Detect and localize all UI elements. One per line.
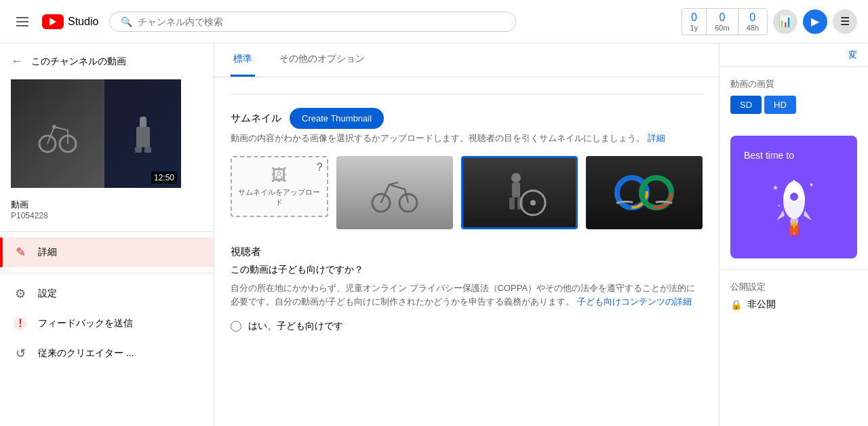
radio-yes: はい、子ども向けです <box>231 320 703 332</box>
svg-point-9 <box>511 173 521 182</box>
thumbnail-description: 動画の内容がわかる画像を選択するかアップロードします。視聴者の目を引くサムネイル… <box>231 132 703 145</box>
quality-buttons: SD HD <box>730 96 857 114</box>
search-input[interactable] <box>138 16 505 27</box>
profile-icon[interactable]: ▶ <box>803 9 827 34</box>
quality-section: 動画の画質 SD HD <box>719 67 868 125</box>
thumbnail-section: サムネイル Create Thumbnail 動画の内容がわかる画像を選択するか… <box>231 108 703 229</box>
tab-other-options[interactable]: その他のオプション <box>277 43 368 77</box>
sidebar-header: ← このチャンネルの動画 <box>0 43 214 79</box>
quality-label: 動画の画質 <box>730 78 857 90</box>
content-inner: サムネイル Create Thumbnail 動画の内容がわかる画像を選択するか… <box>214 77 719 354</box>
video-preview-container: 12:50 <box>0 79 214 193</box>
publish-section: 公開設定 🔒 非公開 <box>719 269 868 322</box>
video-info: 動画 P1054228 <box>0 193 214 226</box>
back-button[interactable]: ← <box>11 54 23 69</box>
sidebar-item-legacy[interactable]: ↺ 従来のクリエイター ... <box>0 338 214 368</box>
best-time-card: Best time to <box>730 136 857 258</box>
active-bar <box>0 237 3 267</box>
sidebar-divider <box>0 231 214 232</box>
publish-status: 🔒 非公開 <box>730 298 857 311</box>
audience-description: 自分の所在地にかかわらず、児童オンライン プライバシー保護法（COPPA）やその… <box>231 282 703 310</box>
svg-point-20 <box>789 192 799 201</box>
publish-label: 公開設定 <box>730 281 857 293</box>
publish-status-text: 非公開 <box>747 298 776 311</box>
create-thumbnail-button[interactable]: Create Thumbnail <box>290 108 384 129</box>
svg-rect-4 <box>136 127 150 147</box>
feedback-label: フィードバックを送信 <box>38 317 133 330</box>
nav-details-container: ✎ 詳細 <box>0 237 214 267</box>
best-time-title: Best time to <box>744 149 844 163</box>
thumbnail-grid: ? 🖼 サムネイルをアップロード <box>231 156 703 229</box>
main-layout: ← このチャンネルの動画 <box>0 43 868 426</box>
video-duration: 12:50 <box>151 172 177 184</box>
svg-rect-10 <box>512 182 520 197</box>
tab-standard[interactable]: 標準 <box>231 43 255 77</box>
right-panel: 変 動画の画質 SD HD Best time to <box>719 43 868 426</box>
sidebar-divider-2 <box>0 273 214 273</box>
video-title: 動画 <box>11 199 203 211</box>
stats-box: 0 1y 0 60m 0 48h <box>682 8 768 35</box>
svg-point-2 <box>52 125 56 129</box>
sidebar-item-settings[interactable]: ⚙ 設定 <box>0 279 214 309</box>
change-button[interactable]: 変 <box>848 49 857 61</box>
upload-icon: 🖼 <box>271 166 288 185</box>
header-left: Studio <box>11 12 98 32</box>
sidebar-item-details[interactable]: ✎ 詳細 <box>0 237 214 267</box>
rocket-illustration: ★ ★ ★ <box>744 171 844 245</box>
details-icon: ✎ <box>14 246 27 259</box>
upload-label: サムネイルをアップロード <box>232 187 327 208</box>
search-bar[interactable]: 🔍 <box>109 12 516 32</box>
scroll-indicator-divider <box>231 94 703 94</box>
sidebar-title: このチャンネルの動画 <box>31 56 126 68</box>
thumbnail-option-1[interactable] <box>336 156 453 229</box>
feedback-icon: ! <box>14 317 27 330</box>
content-area: 標準 その他のオプション サムネイル Create Thumbnail 動画の内… <box>214 43 719 426</box>
radio-yes-input[interactable] <box>231 321 241 332</box>
thumbnail-upload-button[interactable]: ? 🖼 サムネイルをアップロード <box>231 156 328 217</box>
svg-rect-5 <box>135 147 142 153</box>
svg-rect-11 <box>509 197 515 210</box>
settings-icon: ⚙ <box>14 287 27 301</box>
radio-yes-label: はい、子ども向けです <box>248 320 343 332</box>
studio-text: Studio <box>68 16 98 28</box>
audience-detail-link[interactable]: 子ども向けコンテンツの詳細 <box>577 296 692 307</box>
stat-1y: 0 1y <box>682 9 707 35</box>
svg-text:★: ★ <box>809 182 814 188</box>
settings-label: 設定 <box>38 288 57 300</box>
header: Studio 🔍 0 1y 0 60m 0 48h 📊 ▶ ☰ <box>0 0 868 43</box>
thumbnail-section-title: サムネイル Create Thumbnail <box>231 108 703 129</box>
video-thumbnail[interactable]: 12:50 <box>11 79 181 188</box>
chart-icon[interactable]: 📊 <box>773 9 797 34</box>
menu-icon[interactable]: ☰ <box>833 9 857 34</box>
svg-point-24 <box>794 225 800 236</box>
legacy-icon: ↺ <box>14 347 27 360</box>
video-id: P1054228 <box>11 211 203 220</box>
stat-48h: 0 48h <box>738 9 767 35</box>
sidebar-item-feedback[interactable]: ! フィードバックを送信 <box>0 309 214 338</box>
thumbnail-option-3[interactable] <box>586 156 703 229</box>
audience-title: 視聴者 <box>231 246 703 258</box>
audience-question: この動画は子ども向けですか？ <box>231 264 703 276</box>
svg-point-23 <box>789 225 794 236</box>
legacy-label: 従来のクリエイター ... <box>38 347 134 360</box>
help-icon[interactable]: ? <box>317 161 323 174</box>
hd-button[interactable]: HD <box>764 96 796 114</box>
sd-button[interactable]: SD <box>730 96 762 114</box>
header-right: 0 1y 0 60m 0 48h 📊 ▶ ☰ <box>682 8 857 35</box>
hamburger-menu[interactable] <box>11 12 34 32</box>
thumbnail-option-2[interactable] <box>461 156 578 229</box>
svg-point-14 <box>530 200 536 206</box>
tabs-bar: 標準 その他のオプション <box>214 43 719 77</box>
lock-icon: 🔒 <box>730 299 742 310</box>
youtube-icon <box>42 14 64 29</box>
sidebar: ← このチャンネルの動画 <box>0 43 214 426</box>
stat-60m: 0 60m <box>707 9 738 35</box>
svg-text:★: ★ <box>777 204 781 208</box>
search-icon: 🔍 <box>121 16 132 27</box>
details-label: 詳細 <box>38 246 57 258</box>
svg-rect-6 <box>144 147 151 153</box>
svg-text:★: ★ <box>772 184 778 191</box>
audience-section: 視聴者 この動画は子ども向けですか？ 自分の所在地にかかわらず、児童オンライン … <box>231 246 703 333</box>
youtube-studio-logo: Studio <box>42 14 98 29</box>
thumbnail-detail-link[interactable]: 詳細 <box>648 133 665 143</box>
